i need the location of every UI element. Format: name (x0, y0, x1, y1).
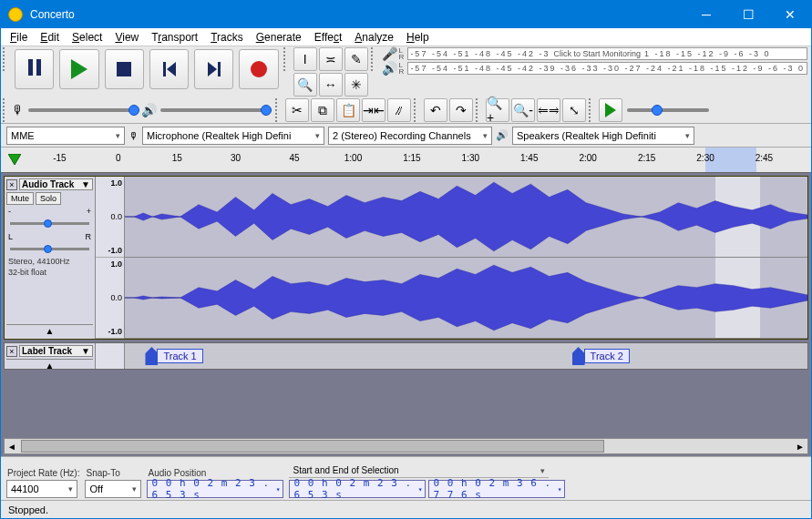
stop-button[interactable] (105, 49, 144, 89)
timeshift-tool[interactable]: ↔ (319, 73, 343, 97)
menu-help[interactable]: Help (401, 29, 435, 46)
multi-tool[interactable]: ✳ (344, 73, 368, 97)
envelope-tool[interactable]: ≍ (319, 47, 343, 71)
selection-end-field[interactable]: 0 0 h 0 2 m 3 6 . 7 7 6 s (428, 480, 565, 498)
playback-meter[interactable]: -57 -54 -51 -48 -45 -42 -39 -36 -33 -30 … (407, 62, 807, 75)
scroll-right-button[interactable]: ► (793, 442, 807, 452)
close-button[interactable]: ✕ (769, 1, 811, 28)
grip[interactable] (476, 98, 483, 122)
grip[interactable] (3, 98, 10, 122)
grip[interactable] (414, 98, 421, 122)
selection-start-field[interactable]: 0 0 h 0 2 m 2 3 . 6 5 3 s (289, 480, 426, 498)
menu-file[interactable]: File (5, 29, 33, 46)
selection-toolbar: Project Rate (Hz): 44100 Snap-To Off Aud… (1, 456, 811, 500)
mute-button[interactable]: Mute (6, 192, 34, 205)
zoom-tool[interactable]: 🔍 (293, 73, 317, 97)
channels-combo[interactable]: 2 (Stereo) Recording Channels (328, 127, 492, 145)
menu-tracks[interactable]: Tracks (205, 29, 249, 46)
menu-view[interactable]: View (109, 29, 144, 46)
redo-button[interactable]: ↷ (449, 98, 473, 122)
snap-to-combo[interactable]: Off (85, 480, 141, 498)
tracks-area: × Audio Track▼ Mute Solo -+ LR Stereo, 4… (1, 173, 811, 456)
label-marker[interactable]: Track 1 (145, 347, 202, 365)
menu-select[interactable]: Select (67, 29, 108, 46)
grip[interactable] (371, 47, 378, 71)
window-title: Concerto (30, 8, 685, 21)
scrollbar-thumb[interactable] (21, 440, 604, 453)
zoom-in-button[interactable]: 🔍+ (486, 98, 509, 122)
label-track-panel: × Label Track▼ ▲ (5, 343, 96, 369)
skip-end-icon (208, 62, 221, 76)
label-text[interactable]: Track 1 (157, 349, 202, 363)
scroll-left-button[interactable]: ◄ (5, 442, 19, 452)
maximize-button[interactable]: ☐ (727, 1, 769, 28)
timeline-ruler[interactable]: -15 0 15 30 45 1:00 1:15 1:30 1:45 2:00 … (28, 148, 811, 172)
fit-selection-button[interactable]: ⥢⥤ (537, 98, 560, 122)
output-device-combo[interactable]: Speakers (Realtek High Definiti (512, 127, 694, 145)
track-close-button[interactable]: × (6, 346, 17, 357)
waveform-area[interactable] (125, 177, 807, 339)
audio-position-field[interactable]: 0 0 h 0 2 m 2 3 . 6 5 3 s (147, 480, 283, 498)
silence-button[interactable]: ⫽ (387, 98, 411, 122)
skip-end-button[interactable] (194, 49, 233, 89)
track-name-dropdown[interactable]: Label Track▼ (19, 345, 93, 357)
recording-meter[interactable]: -57 -54 -51 -48 -45 -42 -3 Click to Star… (407, 47, 807, 60)
play-at-speed-button[interactable] (599, 98, 622, 122)
copy-button[interactable]: ⧉ (311, 98, 334, 122)
play-icon (605, 103, 616, 117)
minimize-button[interactable]: ─ (685, 1, 727, 28)
undo-button[interactable]: ↶ (424, 98, 447, 122)
timeline[interactable]: -15 0 15 30 45 1:00 1:15 1:30 1:45 2:00 … (1, 148, 811, 173)
track-collapse-button[interactable]: ▲ (6, 359, 93, 371)
menu-edit[interactable]: Edit (35, 29, 65, 46)
label-marker[interactable]: Track 2 (572, 347, 630, 365)
draw-tool[interactable]: ✎ (344, 47, 368, 71)
selection-tool[interactable]: I (293, 47, 317, 71)
project-rate-combo[interactable]: 44100 (6, 480, 77, 498)
menu-generate[interactable]: Generate (251, 29, 307, 46)
menu-analyze[interactable]: Analyze (349, 29, 399, 46)
record-button[interactable] (239, 49, 278, 89)
skip-start-button[interactable] (149, 49, 189, 89)
horizontal-scrollbar[interactable]: ◄ ► (4, 438, 808, 454)
zoom-out-button[interactable]: 🔍- (511, 98, 535, 122)
fit-project-button[interactable]: ⤡ (562, 98, 586, 122)
mic-icon: 🎙 (12, 103, 25, 117)
playback-volume-slider[interactable] (160, 101, 270, 119)
pan-slider[interactable] (10, 245, 89, 254)
track-name-dropdown[interactable]: Audio Track▼ (19, 178, 93, 190)
cut-button[interactable]: ✂ (285, 98, 309, 122)
record-volume-slider[interactable] (28, 101, 138, 119)
speaker-icon: 🔊 (141, 103, 157, 117)
solo-button[interactable]: Solo (36, 192, 61, 205)
label-track-body[interactable]: Track 1 Track 2 (125, 343, 807, 369)
playback-speed-slider[interactable] (627, 101, 709, 119)
trim-button[interactable]: ⇥⇤ (362, 98, 385, 122)
timeline-pin[interactable] (1, 148, 28, 172)
statusbar: Stopped. (1, 500, 811, 518)
meter-lr: LR (399, 47, 405, 60)
audio-host-combo[interactable]: MME (6, 127, 125, 145)
paste-button[interactable]: 📋 (336, 98, 360, 122)
input-device-combo[interactable]: Microphone (Realtek High Defini (142, 127, 324, 145)
label-pin-icon (145, 347, 158, 365)
grip[interactable] (589, 98, 596, 122)
grip[interactable] (275, 98, 283, 122)
grip[interactable] (3, 47, 10, 71)
pause-button[interactable] (15, 49, 54, 89)
menu-transport[interactable]: Transport (146, 29, 203, 46)
waveform-left[interactable] (125, 177, 807, 258)
record-icon (251, 61, 267, 77)
gain-slider[interactable] (10, 219, 89, 229)
track-collapse-button[interactable]: ▲ (6, 324, 93, 337)
vertical-scale[interactable]: 1.00.0-1.0 1.00.0-1.0 (96, 177, 125, 339)
waveform-right[interactable] (125, 258, 807, 339)
grip[interactable] (283, 47, 291, 71)
menu-effect[interactable]: Effect (309, 29, 347, 46)
selection-mode-combo[interactable]: Start and End of Selection (289, 463, 549, 478)
app-icon (8, 7, 23, 22)
label-text[interactable]: Track 2 (584, 349, 630, 363)
label-scale-col (96, 343, 125, 369)
track-close-button[interactable]: × (6, 179, 17, 190)
play-button[interactable] (59, 49, 98, 89)
